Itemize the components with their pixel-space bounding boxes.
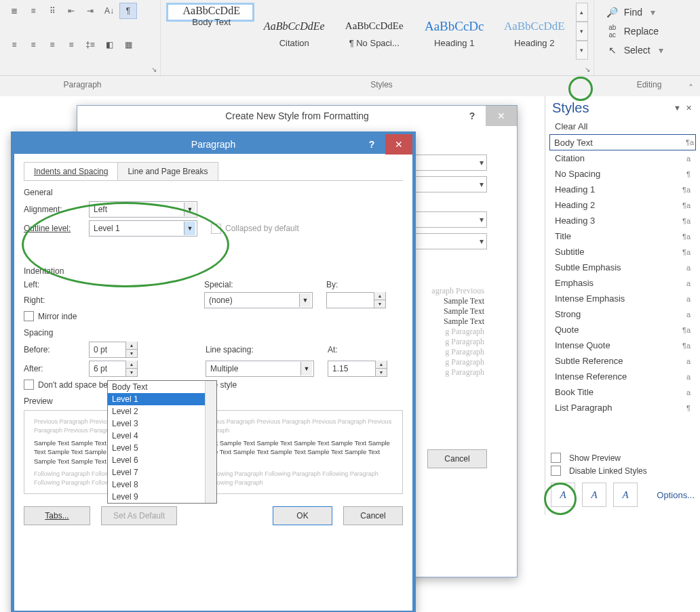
manage-styles-button[interactable]: A xyxy=(613,483,638,507)
styles-pane-close-icon[interactable]: ✕ xyxy=(686,104,693,112)
increase-indent-icon[interactable]: ⇥ xyxy=(81,3,99,19)
outline-dropdown[interactable]: Body TextLevel 1Level 2Level 3Level 4Lev… xyxy=(107,380,217,504)
outline-option-level-2[interactable]: Level 2 xyxy=(108,405,216,417)
align-center-icon[interactable]: ≡ xyxy=(24,37,42,53)
style-item-intense-quote[interactable]: Intense Quote¶a xyxy=(549,338,696,353)
outline-option-level-7[interactable]: Level 7 xyxy=(108,466,216,478)
style-item-heading-2[interactable]: Heading 2¶a xyxy=(549,197,696,213)
create-style-title: Create New Style from Formatting xyxy=(225,110,369,121)
style-item-clear-all[interactable]: Clear All xyxy=(549,119,696,134)
style-item-intense-emphasis[interactable]: Intense Emphasisa xyxy=(549,291,696,306)
find-icon: 🔎 xyxy=(606,7,619,18)
style-item-intense-reference[interactable]: Intense Referencea xyxy=(549,369,696,384)
outline-option-level-6[interactable]: Level 6 xyxy=(108,454,216,466)
by-input[interactable]: ▲▼ xyxy=(326,292,386,308)
style-inspector-button[interactable]: A xyxy=(582,483,606,507)
style-body-text[interactable]: AaBbCcDdEBody Text xyxy=(166,3,254,22)
dropdown-scrollbar[interactable] xyxy=(205,381,216,503)
gallery-more-icon[interactable]: ▾ xyxy=(576,41,588,60)
justify-icon[interactable]: ≡ xyxy=(62,37,80,53)
mirror-checkbox[interactable] xyxy=(24,311,34,321)
tab-line-page-breaks[interactable]: Line and Page Breaks xyxy=(117,162,218,180)
paragraph-close-icon[interactable]: ✕ xyxy=(385,134,412,155)
at-label: At: xyxy=(328,345,338,354)
paragraph-help-icon[interactable]: ? xyxy=(358,134,385,155)
after-input[interactable]: 6 pt▲▼ xyxy=(89,361,138,377)
outline-option-body-text[interactable]: Body Text xyxy=(108,381,216,393)
style-item-heading-1[interactable]: Heading 1¶a xyxy=(549,182,696,197)
sort-icon[interactable]: A↓ xyxy=(100,3,118,19)
alignment-select[interactable]: Left▼ xyxy=(89,201,197,218)
find-button[interactable]: 🔎Find ▾ xyxy=(600,3,695,22)
align-right-icon[interactable]: ≡ xyxy=(43,37,61,53)
outline-option-level-9[interactable]: Level 9 xyxy=(108,491,216,503)
style-citation[interactable]: AaBbCcDdEeCitation xyxy=(254,3,334,60)
show-marks-icon[interactable]: ¶ xyxy=(119,3,137,19)
style-item-subtle-emphasis[interactable]: Subtle Emphasisa xyxy=(549,260,696,275)
line-spacing-select[interactable]: Multiple▼ xyxy=(206,361,314,377)
paragraph-dialog: Paragraph ? ✕ Indents and Spacing Line a… xyxy=(11,131,416,612)
create-style-help-icon[interactable]: ? xyxy=(459,106,486,126)
align-left-icon[interactable]: ≡ xyxy=(5,37,23,53)
tabs-button[interactable]: Tabs... xyxy=(24,506,90,525)
outline-option-level-5[interactable]: Level 5 xyxy=(108,442,216,454)
at-input[interactable]: 1.15▲▼ xyxy=(328,361,387,377)
style-item-quote[interactable]: Quote¶a xyxy=(549,322,696,338)
outline-option-level-3[interactable]: Level 3 xyxy=(108,417,216,430)
outline-option-level-4[interactable]: Level 4 xyxy=(108,430,216,442)
style-item-emphasis[interactable]: Emphasisa xyxy=(549,275,696,291)
style-item-body-text[interactable]: Body Text¶a xyxy=(549,134,696,150)
style-heading-2[interactable]: AaBbCcDdEHeading 2 xyxy=(494,3,575,60)
before-input[interactable]: 0 pt▲▼ xyxy=(89,342,138,358)
cancel-button[interactable]: Cancel xyxy=(343,506,403,525)
collapse-ribbon-icon[interactable]: ˄ xyxy=(688,83,693,94)
style-item-citation[interactable]: Citationa xyxy=(549,150,696,166)
create-style-close-icon[interactable]: ✕ xyxy=(486,106,517,126)
styles-launcher-icon[interactable]: ↘ xyxy=(583,64,592,74)
style-item-heading-3[interactable]: Heading 3¶a xyxy=(549,213,696,228)
new-style-button[interactable]: A xyxy=(551,483,575,507)
styles-pane: Styles ▼ ✕ Clear AllBody Text¶aCitationa… xyxy=(545,96,700,515)
styles-options-link[interactable]: Options... xyxy=(657,490,695,500)
shading-icon[interactable]: ◧ xyxy=(100,37,118,53)
style--no-spaci-[interactable]: AaBbCcDdEe¶ No Spaci... xyxy=(334,3,414,60)
line-spacing-icon[interactable]: ‡≡ xyxy=(81,37,99,53)
borders-icon[interactable]: ▦ xyxy=(119,37,137,53)
set-default-button[interactable]: Set As Default xyxy=(101,506,177,525)
decrease-indent-icon[interactable]: ⇤ xyxy=(62,3,80,19)
style-item-book-title[interactable]: Book Titlea xyxy=(549,384,696,400)
no-space-checkbox[interactable] xyxy=(24,380,34,390)
style-item-subtle-reference[interactable]: Subtle Referencea xyxy=(549,353,696,369)
style-item-list-paragraph[interactable]: List Paragraph¶ xyxy=(549,400,696,415)
style-item-subtitle[interactable]: Subtitle¶a xyxy=(549,244,696,260)
ribbon: ≣ ≡ ⠿ ⇤ ⇥ A↓ ¶ ≡ ≡ ≡ ≡ ‡≡ ◧ ▦ ↘ AaBbCcDd… xyxy=(0,0,700,96)
special-select[interactable]: (none)▼ xyxy=(204,292,313,308)
outline-option-level-8[interactable]: Level 8 xyxy=(108,478,216,491)
replace-button[interactable]: abacReplace xyxy=(600,22,695,41)
style-item-title[interactable]: Title¶a xyxy=(549,228,696,244)
multilevel-icon[interactable]: ⠿ xyxy=(43,3,61,19)
outline-select[interactable]: Level 1▼ xyxy=(89,220,197,237)
create-style-cancel-button[interactable]: Cancel xyxy=(427,449,487,468)
style-item-no-spacing[interactable]: No Spacing¶ xyxy=(549,166,696,182)
alignment-label: Alignment: xyxy=(24,205,89,214)
style-item-strong[interactable]: Stronga xyxy=(549,306,696,322)
show-preview-checkbox[interactable] xyxy=(551,453,561,463)
outline-option-level-1[interactable]: Level 1 xyxy=(108,393,216,405)
styles-pane-dropdown-icon[interactable]: ▼ xyxy=(674,104,682,112)
numbering-icon[interactable]: ≡ xyxy=(24,3,42,19)
gallery-down-icon[interactable]: ▾ xyxy=(576,22,588,41)
paragraph-launcher-icon[interactable]: ↘ xyxy=(149,64,159,74)
collapsed-checkbox[interactable] xyxy=(211,224,221,234)
bullets-icon[interactable]: ≣ xyxy=(5,3,23,19)
styles-label: Styles xyxy=(165,76,598,89)
paragraph-label: Paragraph xyxy=(0,76,165,89)
gallery-up-icon[interactable]: ▴ xyxy=(576,3,588,22)
ok-button[interactable]: OK xyxy=(273,506,332,525)
indentation-heading: Indentation xyxy=(24,266,403,276)
disable-linked-checkbox[interactable] xyxy=(551,466,561,476)
tab-indents-spacing[interactable]: Indents and Spacing xyxy=(24,162,118,180)
select-button[interactable]: ↖Select ▾ xyxy=(600,41,695,60)
collapsed-label: Collapsed by default xyxy=(225,224,299,233)
style-heading-1[interactable]: AaBbCcDcHeading 1 xyxy=(414,3,494,60)
